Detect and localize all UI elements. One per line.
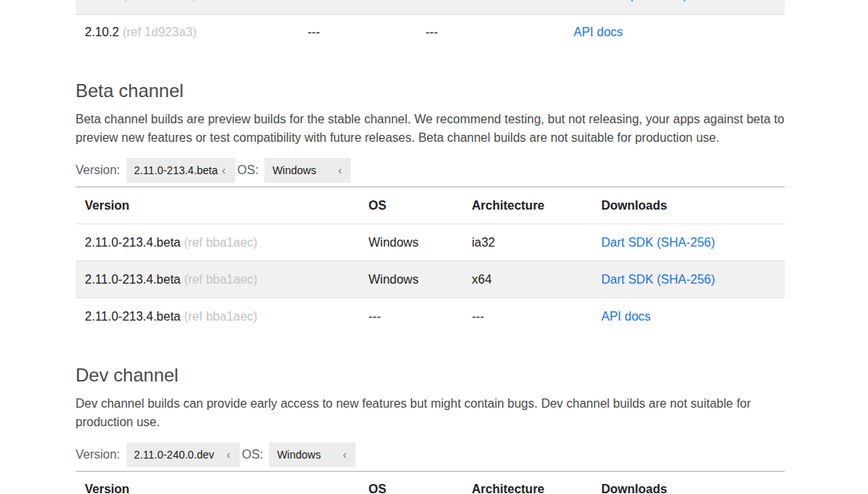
header-version: Version: [76, 187, 359, 224]
version-label: Version:: [76, 163, 120, 177]
dev-channel-heading: Dev channel: [76, 366, 785, 385]
os-cell: Windows: [298, 0, 416, 14]
dev-channel-table: Version OS Architecture Downloads: [76, 471, 785, 494]
version-cell: 2.11.0-213.4.beta (ref bba1aec): [76, 261, 359, 298]
version-cell: 2.11.0-213.4.beta (ref bba1aec): [76, 224, 359, 261]
os-cell: ---: [359, 298, 463, 335]
chevron-icon: ‹: [227, 447, 230, 460]
beta-version-select[interactable]: 2.11.0-213.4.beta ‹: [126, 158, 235, 183]
stable-channel-table-wrapper: 2.10.2 (ref 1d923a3) Windows x64 Dart SD…: [76, 0, 785, 51]
os-label: OS:: [242, 448, 264, 462]
dev-version-select[interactable]: 2.11.0-240.0.dev ‹: [126, 442, 240, 467]
downloads-cell: Dart SDK (SHA-256): [564, 0, 785, 14]
download-link[interactable]: Dart SDK (SHA-256): [601, 273, 715, 286]
table-row: 2.10.2 (ref 1d923a3) Windows x64 Dart SD…: [76, 0, 785, 14]
table-header-row: Version OS Architecture Downloads: [76, 187, 785, 224]
header-os: OS: [359, 471, 463, 494]
table-row: 2.11.0-213.4.beta (ref bba1aec) Windows …: [76, 224, 785, 261]
header-architecture: Architecture: [463, 187, 592, 224]
download-link[interactable]: Dart SDK (SHA-256): [574, 0, 688, 2]
table-row: 2.11.0-213.4.beta (ref bba1aec) --- --- …: [76, 298, 785, 335]
header-version: Version: [76, 471, 359, 494]
api-docs-link[interactable]: API docs: [574, 25, 623, 39]
header-architecture: Architecture: [463, 471, 592, 494]
header-downloads: Downloads: [592, 187, 785, 224]
downloads-cell: Dart SDK (SHA-256): [592, 261, 785, 298]
version-text: 2.11.0-213.4.beta: [85, 310, 180, 323]
page-content: 2.10.2 (ref 1d923a3) Windows x64 Dart SD…: [76, 0, 785, 494]
beta-channel-description: Beta channel builds are preview builds f…: [76, 110, 785, 147]
header-os: OS: [359, 187, 463, 224]
version-cell: 2.10.2 (ref 1d923a3): [76, 14, 298, 51]
downloads-cell: API docs: [564, 14, 785, 51]
beta-os-value: Windows: [272, 164, 316, 176]
stable-channel-table: 2.10.2 (ref 1d923a3) Windows x64 Dart SD…: [76, 0, 785, 51]
ref-text: (ref 1d923a3): [123, 25, 197, 39]
os-cell: Windows: [359, 224, 463, 261]
version-label: Version:: [76, 448, 120, 462]
beta-version-value: 2.11.0-213.4.beta: [134, 164, 218, 176]
architecture-cell: x64: [463, 261, 592, 298]
version-text: 2.11.0-213.4.beta: [85, 273, 180, 286]
downloads-cell: API docs: [592, 298, 785, 335]
table-header-row: Version OS Architecture Downloads: [76, 471, 785, 494]
dev-channel-description: Dev channel builds can provide early acc…: [76, 395, 785, 432]
version-text: 2.10.2: [85, 0, 119, 2]
version-text: 2.11.0-213.4.beta: [85, 236, 180, 249]
table-row: 2.11.0-213.4.beta (ref bba1aec) Windows …: [76, 261, 785, 298]
ref-text: (ref 1d923a3): [123, 0, 197, 2]
os-cell: ---: [298, 14, 416, 51]
api-docs-link[interactable]: API docs: [601, 310, 651, 323]
table-row: 2.10.2 (ref 1d923a3) --- --- API docs: [76, 14, 785, 51]
chevron-icon: ‹: [222, 163, 226, 176]
chevron-icon: ‹: [342, 447, 346, 460]
header-downloads: Downloads: [592, 471, 785, 494]
beta-channel-table: Version OS Architecture Downloads 2.11.0…: [76, 187, 785, 335]
architecture-cell: ---: [416, 14, 564, 51]
beta-version-selector: Version: 2.11.0-213.4.beta ‹ OS: Windows…: [76, 158, 785, 183]
architecture-cell: x64: [416, 0, 564, 14]
os-label: OS:: [237, 163, 259, 177]
chevron-icon: ‹: [338, 163, 341, 176]
ref-text: (ref bba1aec): [184, 310, 257, 323]
dev-os-value: Windows: [277, 449, 321, 461]
dev-os-select[interactable]: Windows ‹: [269, 442, 355, 467]
version-cell: 2.11.0-213.4.beta (ref bba1aec): [76, 298, 359, 335]
dev-version-value: 2.11.0-240.0.dev: [134, 449, 214, 461]
architecture-cell: ---: [463, 298, 592, 335]
downloads-cell: Dart SDK (SHA-256): [592, 224, 785, 261]
version-text: 2.10.2: [85, 25, 119, 39]
ref-text: (ref bba1aec): [184, 236, 257, 249]
ref-text: (ref bba1aec): [184, 273, 257, 286]
download-link[interactable]: Dart SDK (SHA-256): [601, 236, 715, 249]
architecture-cell: ia32: [463, 224, 592, 261]
dev-version-selector: Version: 2.11.0-240.0.dev ‹ OS: Windows …: [76, 442, 785, 467]
beta-os-select[interactable]: Windows ‹: [264, 158, 351, 183]
version-cell: 2.10.2 (ref 1d923a3): [76, 0, 298, 14]
beta-channel-heading: Beta channel: [76, 82, 785, 100]
os-cell: Windows: [359, 261, 463, 298]
